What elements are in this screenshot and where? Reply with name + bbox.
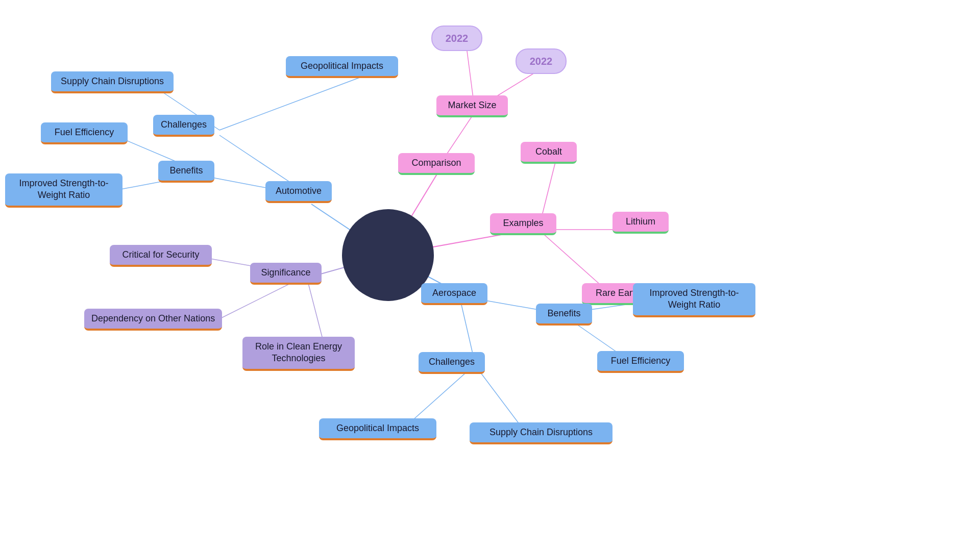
node-cobalt[interactable]: Cobalt xyxy=(521,142,577,164)
node-fuel-efficiency-aerospace[interactable]: Fuel Efficiency xyxy=(597,351,684,373)
node-automotive[interactable]: Automotive xyxy=(265,181,332,203)
node-fuel-efficiency-automotive[interactable]: Fuel Efficiency xyxy=(41,122,128,144)
node-dependency[interactable]: Dependency on Other Nations xyxy=(84,309,222,331)
node-critical-security[interactable]: Critical for Security xyxy=(110,245,212,267)
node-strength-automotive[interactable]: Improved Strength-to-Weight Ratio xyxy=(5,173,122,208)
node-lithium[interactable]: Lithium xyxy=(612,212,669,234)
node-geopolitical-automotive[interactable]: Geopolitical Impacts xyxy=(286,56,398,78)
node-comparison[interactable]: Comparison xyxy=(398,153,475,175)
svg-line-6 xyxy=(219,77,362,130)
node-benefits-automotive[interactable]: Benefits xyxy=(158,161,214,183)
node-supply-chain-aerospace[interactable]: Supply Chain Disruptions xyxy=(470,422,612,444)
node-challenges-aerospace[interactable]: Challenges xyxy=(419,352,485,374)
node-2022-b[interactable]: 2022 xyxy=(516,48,567,74)
node-aerospace[interactable]: Aerospace xyxy=(421,283,487,305)
node-supply-chain-automotive[interactable]: Supply Chain Disruptions xyxy=(51,71,174,93)
node-market-size[interactable]: Market Size xyxy=(436,95,508,117)
center-node xyxy=(342,209,434,301)
node-challenges-automotive[interactable]: Challenges xyxy=(153,115,214,137)
node-examples[interactable]: Examples xyxy=(490,213,556,235)
node-geopolitical-aerospace[interactable]: Geopolitical Impacts xyxy=(319,418,436,440)
node-strength-aerospace[interactable]: Improved Strength-to-Weight Ratio xyxy=(633,283,755,317)
node-2022-a[interactable]: 2022 xyxy=(431,26,482,51)
node-benefits-aerospace[interactable]: Benefits xyxy=(536,304,592,325)
node-role-clean-energy[interactable]: Role in Clean Energy Technologies xyxy=(242,337,355,371)
node-significance[interactable]: Significance xyxy=(250,263,322,285)
